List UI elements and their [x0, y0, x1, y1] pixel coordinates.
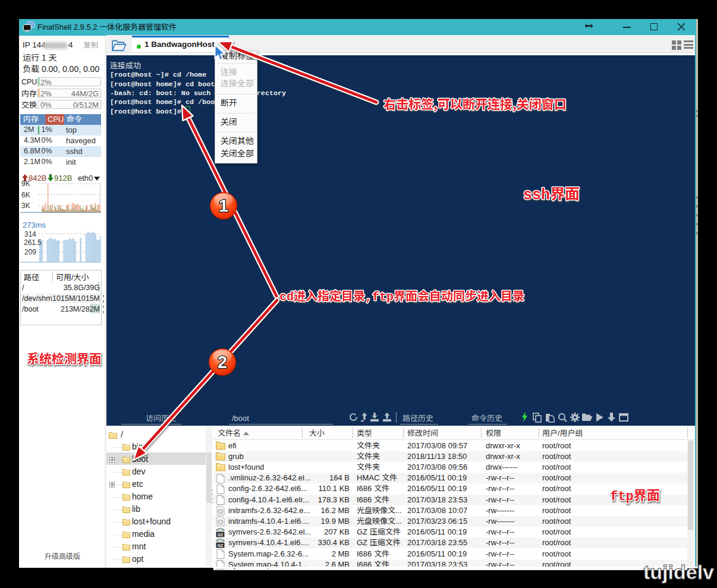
svg-text:2: 2 [218, 353, 227, 372]
svg-text:ftp界面: ftp界面 [610, 489, 660, 504]
svg-text:cd进入指定目录,ftp界面会自动同步进入目录: cd进入指定目录,ftp界面会自动同步进入目录 [279, 290, 524, 304]
svg-text:ssh界面: ssh界面 [523, 187, 580, 204]
svg-text:1: 1 [219, 196, 228, 215]
svg-text:系统检测界面: 系统检测界面 [27, 349, 102, 367]
svg-text:右击标签,可以断开连接,关闭窗口: 右击标签,可以断开连接,关闭窗口 [383, 95, 567, 112]
